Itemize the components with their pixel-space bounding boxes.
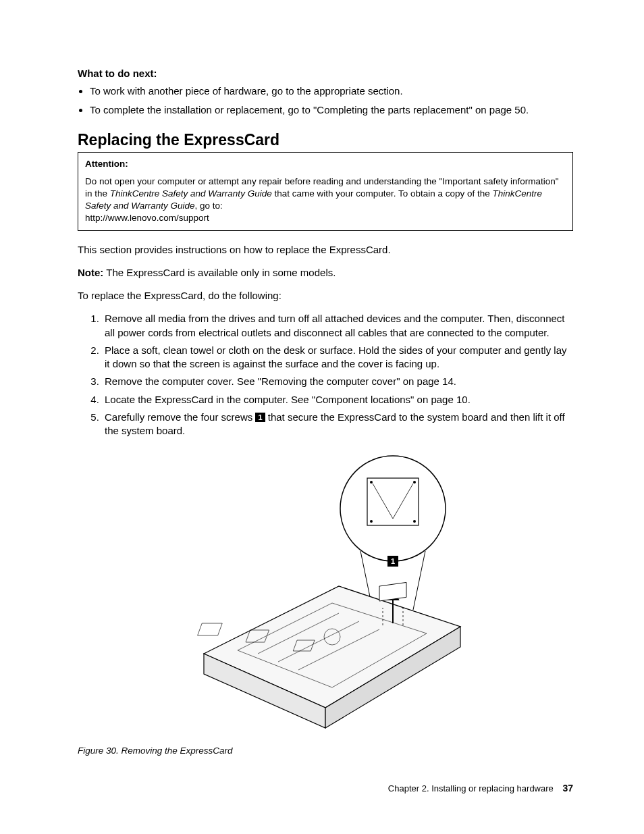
figure-caption: Figure 30. Removing the ExpressCard — [78, 746, 573, 756]
svg-point-4 — [370, 520, 373, 523]
attention-text: that came with your computer. To obtain … — [272, 188, 493, 199]
page-footer: Chapter 2. Installing or replacing hardw… — [388, 783, 573, 793]
step-item: Place a soft, clean towel or cloth on th… — [102, 344, 573, 371]
callout-marker: 1 — [255, 413, 265, 422]
svg-rect-18 — [198, 623, 223, 635]
steps-list: Remove all media from the drives and tur… — [78, 312, 573, 438]
attention-body: Do not open your computer or attempt any… — [85, 176, 566, 225]
footer-page-number: 37 — [562, 783, 573, 793]
svg-line-10 — [413, 551, 425, 610]
svg-point-5 — [413, 520, 416, 523]
what-next-heading: What to do next: — [78, 68, 573, 79]
step-item: Remove all media from the drives and tur… — [102, 312, 573, 340]
note-text: The ExpressCard is available only in som… — [103, 267, 336, 278]
attention-heading: Attention: — [85, 158, 566, 170]
step-item: Remove the computer cover. See "Removing… — [102, 375, 573, 388]
intro-paragraph: This section provides instructions on ho… — [78, 243, 573, 257]
what-next-list: To work with another piece of hardware, … — [78, 84, 573, 118]
footer-chapter: Chapter 2. Installing or replacing hardw… — [388, 783, 554, 793]
step-item: Locate the ExpressCard in the computer. … — [102, 393, 573, 407]
step-item: Carefully remove the four screws 1 that … — [102, 411, 573, 438]
note-label: Note: — [78, 267, 103, 278]
step5-pre: Carefully remove the four screws — [105, 411, 255, 423]
bullet-item: To work with another piece of hardware, … — [90, 84, 573, 98]
lead-in-paragraph: To replace the ExpressCard, do the follo… — [78, 289, 573, 303]
expresscard-diagram: 1 — [163, 451, 487, 741]
figure-area: 1 — [78, 451, 573, 756]
svg-point-3 — [413, 481, 416, 484]
bullet-item: To complete the installation or replacem… — [90, 103, 573, 117]
attention-box: Attention: Do not open your computer or … — [78, 152, 573, 231]
svg-rect-26 — [379, 583, 406, 602]
attention-text: , go to: — [195, 201, 223, 211]
document-page: What to do next: To work with another pi… — [0, 0, 644, 834]
section-heading: Replacing the ExpressCard — [78, 131, 573, 149]
note-paragraph: Note: The ExpressCard is available only … — [78, 266, 573, 280]
svg-point-2 — [370, 481, 373, 484]
figure-callout-label: 1 — [391, 557, 395, 565]
attention-url: http://www.lenovo.com/support — [85, 213, 209, 223]
attention-emphasis: ThinkCentre Safety and Warranty Guide — [110, 188, 272, 199]
